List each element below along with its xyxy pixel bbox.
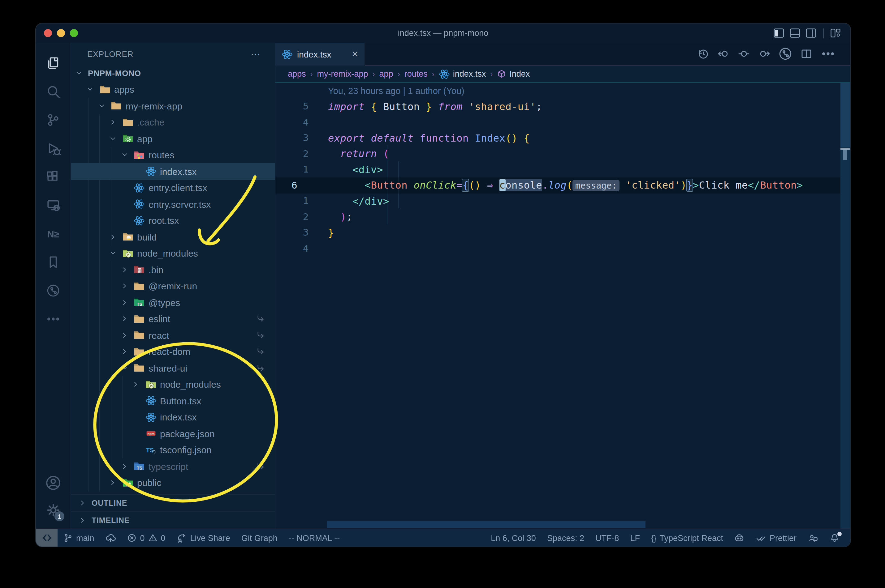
section-outline[interactable]: OUTLINE	[71, 494, 275, 512]
breadcrumb-apps[interactable]: apps	[288, 69, 306, 78]
nx-console-icon[interactable]: N≥	[41, 219, 66, 248]
tree-item-root-tsx[interactable]: root.tsx	[71, 212, 275, 229]
tree-item-typescript[interactable]: TStypescript	[71, 458, 275, 474]
timeline-history-icon[interactable]	[697, 48, 709, 60]
more-actions-icon[interactable]	[821, 46, 835, 61]
tree-item-tsconfig-json[interactable]: TStsconfig.json	[71, 442, 275, 458]
feedback-item[interactable]	[802, 529, 824, 547]
extensions-icon[interactable]	[41, 163, 66, 191]
tree-item-entry-server-tsx[interactable]: entry.server.tsx	[71, 196, 275, 212]
previous-change-icon[interactable]	[717, 48, 730, 60]
tree-item-apps[interactable]: apps	[71, 81, 275, 98]
indentation-item[interactable]: Spaces: 2	[542, 529, 590, 547]
git-graph-icon[interactable]	[41, 276, 66, 305]
bookmarks-icon[interactable]	[41, 248, 66, 276]
close-tab-icon[interactable]: ✕	[352, 50, 358, 59]
formatter-item[interactable]: Prettier	[750, 529, 802, 547]
tree-item-react[interactable]: react	[71, 327, 275, 344]
customize-layout-icon[interactable]	[831, 28, 840, 38]
symbol-cube-icon	[497, 69, 506, 78]
chevron-down-icon	[74, 69, 83, 78]
title-bar[interactable]: index.tsx — pnpm-mono	[36, 24, 850, 43]
breadcrumb-index-tsx[interactable]: index.tsx	[439, 68, 486, 80]
tsconfig-icon: TS	[145, 445, 156, 455]
zoom-window-icon[interactable]	[70, 29, 78, 37]
line-number: 4	[275, 243, 322, 254]
breadcrumb-my-remix-app[interactable]: my-remix-app	[317, 69, 368, 78]
code-line: 6 <Button onClick={() ⇒ console.log(mess…	[275, 177, 850, 193]
minimize-window-icon[interactable]	[57, 29, 65, 37]
code-editor[interactable]: You, 23 hours ago | 1 author (You)5impor…	[275, 83, 850, 529]
chevron-right-icon	[120, 462, 129, 471]
open-changes-icon[interactable]	[778, 47, 792, 61]
views-more-actions-icon[interactable]: ⋯	[251, 48, 261, 60]
notifications-bell-item[interactable]	[824, 529, 845, 547]
split-editor-icon[interactable]	[800, 48, 813, 60]
toggle-primary-sidebar-icon[interactable]	[774, 28, 784, 38]
tree-item-button-tsx[interactable]: Button.tsx	[71, 393, 275, 409]
language-mode-item[interactable]: {}TypeScript React	[646, 529, 729, 547]
vertical-scrollbar-slider[interactable]	[840, 83, 850, 147]
tree-item-eslint[interactable]: eslint	[71, 311, 275, 327]
vim-mode-item[interactable]: -- NORMAL --	[283, 529, 346, 547]
cursor-position-item[interactable]: Ln 6, Col 30	[485, 529, 542, 547]
tree-item-build[interactable]: build	[71, 229, 275, 245]
symlink-icon	[257, 462, 265, 471]
tree-item-entry-client-tsx[interactable]: entry.client.tsx	[71, 180, 275, 196]
folder-build-icon	[122, 232, 133, 242]
react-icon	[134, 216, 145, 226]
explorer-icon[interactable]	[41, 49, 66, 77]
breadcrumb[interactable]: apps›my-remix-app›app›routes›index.tsx›I…	[275, 66, 850, 83]
next-change-icon[interactable]	[758, 48, 771, 60]
current-change-icon[interactable]	[738, 48, 750, 60]
chevron-right-icon	[120, 348, 129, 356]
run-debug-icon[interactable]	[41, 134, 66, 163]
sync-publish-item[interactable]	[100, 529, 122, 547]
tree-item-index-tsx[interactable]: index.tsx	[71, 163, 275, 180]
git-branch-item[interactable]: main	[57, 529, 100, 547]
remote-explorer-icon[interactable]	[41, 191, 66, 219]
settings-gear-icon[interactable]: 1	[41, 496, 66, 524]
tree-item-node-modules[interactable]: JSnode_modules	[71, 376, 275, 393]
tree-item-pnpm-mono[interactable]: PNPM-MONO	[71, 65, 275, 81]
git-graph-item[interactable]: Git Graph	[236, 529, 283, 547]
eol-item[interactable]: LF	[625, 529, 646, 547]
tab-index-tsx[interactable]: index.tsx✕	[275, 43, 365, 66]
toggle-secondary-sidebar-icon[interactable]	[806, 28, 816, 38]
tree-item-public[interactable]: public	[71, 474, 275, 491]
remote-indicator[interactable]	[36, 529, 57, 547]
tree-item--bin[interactable]: 0110.bin	[71, 261, 275, 278]
breadcrumb-index[interactable]: Index	[497, 69, 530, 78]
error-icon	[127, 533, 137, 543]
tree-item--types[interactable]: TS@types	[71, 294, 275, 311]
breadcrumb-routes[interactable]: routes	[405, 69, 427, 78]
breadcrumb-app[interactable]: app	[379, 69, 393, 78]
copilot-item[interactable]	[729, 529, 750, 547]
tree-item--cache[interactable]: .cache	[71, 114, 275, 130]
encoding-item[interactable]: UTF-8	[590, 529, 625, 547]
folder-types-icon: TS	[134, 298, 145, 308]
overview-ruler[interactable]	[840, 83, 850, 529]
problems-item[interactable]: 00	[122, 529, 171, 547]
search-icon[interactable]	[41, 77, 66, 106]
react-icon	[134, 183, 145, 193]
live-share-item[interactable]: Live Share	[171, 529, 236, 547]
folder-tan-icon	[134, 281, 145, 291]
close-window-icon[interactable]	[44, 29, 52, 37]
tree-item-package-json[interactable]: npmpackage.json	[71, 425, 275, 442]
tree-item-shared-ui[interactable]: shared-ui	[71, 360, 275, 376]
tree-item-routes[interactable]: routes	[71, 147, 275, 163]
account-icon[interactable]	[41, 469, 66, 496]
tree-item-index-tsx[interactable]: index.tsx	[71, 409, 275, 425]
tree-item-react-dom[interactable]: react-dom	[71, 344, 275, 360]
tree-item-app[interactable]: app	[71, 130, 275, 147]
tree-item--remix-run[interactable]: @remix-run	[71, 278, 275, 294]
folder-app-icon	[122, 134, 133, 144]
tree-item-my-remix-app[interactable]: my-remix-app	[71, 98, 275, 114]
toggle-panel-icon[interactable]	[790, 28, 800, 38]
tree-item-node-modules[interactable]: JSnode_modules	[71, 245, 275, 261]
horizontal-scrollbar[interactable]	[327, 521, 646, 528]
source-control-icon[interactable]	[41, 106, 66, 134]
section-timeline[interactable]: TIMELINE	[71, 512, 275, 529]
more-views-icon[interactable]	[41, 305, 66, 333]
